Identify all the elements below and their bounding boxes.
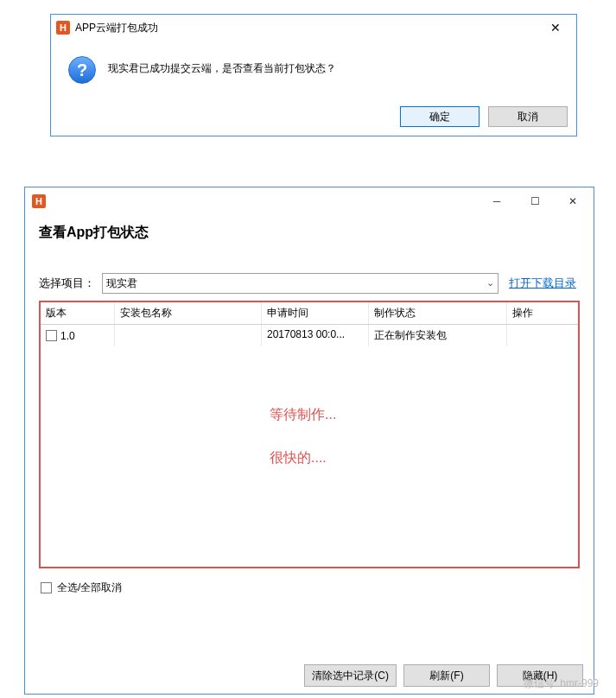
project-row: 选择项目： 现实君 ⌄ 打开下载目录 [25, 273, 594, 294]
cell-operation [507, 325, 568, 346]
dialog2-heading: 查看App打包状态 [25, 215, 594, 256]
dialog-package-status: H ─ ☐ ✕ 查看App打包状态 选择项目： 现实君 ⌄ 打开下载目录 版本 … [24, 187, 594, 695]
dialog-package-success: H APP云端打包成功 ✕ ? 现实君已成功提交云端，是否查看当前打包状态？ 确… [50, 14, 577, 136]
maximize-button[interactable]: ☐ [516, 189, 554, 213]
select-all-row: 全选/全部取消 [25, 574, 594, 602]
dialog1-titlebar: H APP云端打包成功 ✕ [51, 15, 576, 41]
cell-apply-time: 20170813 00:0... [262, 325, 369, 346]
annotation-waiting: 等待制作... [270, 406, 336, 424]
col-operation: 操作 [507, 302, 568, 324]
dialog2-titlebar: H ─ ☐ ✕ [25, 187, 594, 215]
chevron-down-icon: ⌄ [486, 277, 494, 289]
dialog1-message: 现实君已成功提交云端，是否查看当前打包状态？ [108, 56, 336, 84]
project-select[interactable]: 现实君 ⌄ [102, 273, 499, 294]
col-package-name: 安装包名称 [115, 302, 262, 324]
status-table: 版本 安装包名称 申请时间 制作状态 操作 1.0 20170813 00:0.… [39, 301, 580, 568]
clear-selected-button[interactable]: 清除选中记录(C) [304, 664, 397, 687]
question-icon: ? [68, 56, 96, 84]
select-all-checkbox[interactable] [41, 582, 52, 593]
minimize-button[interactable]: ─ [478, 189, 516, 213]
app-icon: H [56, 21, 70, 35]
col-version: 版本 [41, 302, 115, 324]
dialog1-body: ? 现实君已成功提交云端，是否查看当前打包状态？ [51, 41, 576, 99]
select-all-label: 全选/全部取消 [57, 581, 122, 595]
project-label: 选择项目： [39, 276, 95, 291]
dialog1-footer: 确定 取消 [51, 99, 576, 136]
refresh-button[interactable]: 刷新(F) [403, 664, 490, 687]
col-apply-time: 申请时间 [262, 302, 369, 324]
table-header: 版本 安装包名称 申请时间 制作状态 操作 [41, 302, 578, 325]
table-row[interactable]: 1.0 20170813 00:0... 正在制作安装包 [41, 325, 578, 346]
app-icon: H [32, 194, 46, 208]
col-status: 制作状态 [369, 302, 507, 324]
open-download-dir-link[interactable]: 打开下载目录 [505, 276, 580, 291]
cell-status: 正在制作安装包 [369, 325, 507, 346]
cell-version-text: 1.0 [60, 330, 75, 342]
ok-button[interactable]: 确定 [400, 106, 479, 127]
project-select-value: 现实君 [106, 276, 137, 291]
close-button[interactable]: ✕ [538, 16, 573, 39]
cell-version: 1.0 [41, 325, 115, 346]
window-controls: ─ ☐ ✕ [478, 189, 592, 213]
close-icon: ✕ [550, 21, 561, 35]
watermark: 微信号: bmr-999 [524, 676, 599, 691]
cancel-button[interactable]: 取消 [488, 106, 568, 127]
close-button[interactable]: ✕ [554, 189, 592, 213]
cell-package-name [115, 325, 262, 346]
annotation-fast: 很快的.... [270, 449, 327, 467]
dialog1-title: APP云端打包成功 [75, 21, 158, 35]
row-checkbox[interactable] [46, 330, 57, 341]
